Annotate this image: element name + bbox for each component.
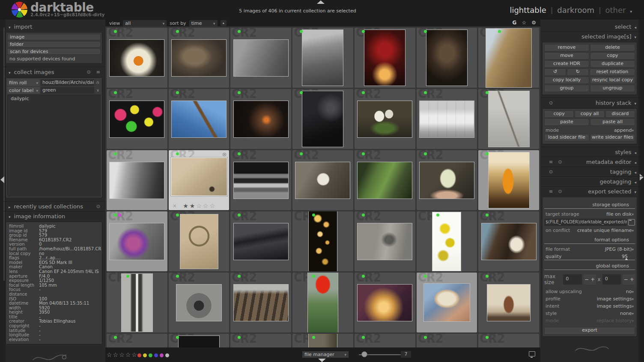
style-row[interactable]: style none <box>544 310 635 317</box>
thumbnail-pear-in-hand[interactable]: CR2 <box>417 150 477 210</box>
thumbnail-ornate-portal[interactable]: CR2 <box>478 273 539 332</box>
geotagging-section-header[interactable]: geotagging <box>540 176 644 186</box>
thumbnail-hand-with-key[interactable]: CR2 <box>230 28 291 88</box>
thumbnail-deer-eye[interactable]: CR2 <box>478 28 539 88</box>
rotate-ccw-button[interactable]: ↺ <box>544 68 566 76</box>
overlays-star-icon[interactable]: ☆ <box>522 20 526 26</box>
color-filter-dot[interactable] <box>137 353 141 357</box>
button-create-hdr[interactable]: create HDR <box>544 60 589 68</box>
intent-row[interactable]: intent image settings <box>544 303 635 310</box>
thumbnail-arch-relief-bw[interactable]: CR2 <box>169 273 230 332</box>
thumbnail-wooden-post[interactable]: CR2 <box>292 334 353 347</box>
display-profile-icon[interactable] <box>529 351 535 356</box>
width-stepper[interactable]: −+ <box>584 274 596 285</box>
thumbnail-graffiti-wall[interactable]: CR2 <box>355 211 415 271</box>
collection-list-item[interactable]: dailypic <box>8 95 100 102</box>
button-copy[interactable]: copy <box>590 52 635 59</box>
max-width-input[interactable]: 0 <box>563 274 582 285</box>
modes-dropdown-icon[interactable] <box>630 6 632 15</box>
rotate-cw-button[interactable]: ↻ <box>567 68 589 76</box>
reset-icon[interactable] <box>549 169 553 175</box>
thumbnail-fern[interactable]: CR2 <box>355 150 415 210</box>
collect-rule-value-input[interactable]: houz/Bilder/Archiv/dailypic <box>41 79 94 86</box>
rating-filter-star-icon[interactable]: ☆ <box>131 351 137 358</box>
thumbnail-stone-rabbit[interactable]: CR2 <box>169 28 230 88</box>
rating-filter-star-icon[interactable]: ☆ <box>125 351 131 358</box>
thumbnail-shell-in-hands[interactable]: CR2 <box>417 273 477 332</box>
reset-icon[interactable] <box>96 204 100 209</box>
narrow-down-icon[interactable] <box>95 79 101 86</box>
button-remove[interactable]: remove <box>544 44 589 51</box>
zoom-slider-handle[interactable] <box>361 351 367 357</box>
thumbnail-incense-smoke[interactable]: CR2 <box>230 89 291 149</box>
thumbnail-pending-2[interactable]: CR2 <box>230 334 291 347</box>
thumbnail-skateboarder-bw[interactable]: CR2 <box>107 150 167 210</box>
layout-mode-dropdown[interactable]: file manager <box>302 351 349 358</box>
button-ungroup[interactable]: ungroup <box>590 85 635 92</box>
rating-star-icon[interactable]: ★ <box>183 202 188 209</box>
metadata-editor-header[interactable]: metadata editor <box>540 157 644 166</box>
button-folder[interactable]: folder <box>7 41 101 47</box>
button-copy-all[interactable]: copy all <box>575 110 604 118</box>
button-copy-locally[interactable]: copy locally <box>544 77 589 84</box>
thumbnail-spaniel-dog[interactable]: CR2 <box>478 211 539 271</box>
profile-row[interactable]: profile image settings <box>544 295 635 303</box>
preferences-gear-icon[interactable]: ⚙ <box>531 20 536 26</box>
allow-upscaling-row[interactable]: allow upscaling no <box>544 288 635 295</box>
color-filter-dot[interactable] <box>149 353 152 357</box>
reset-icon[interactable] <box>549 100 553 106</box>
height-stepper[interactable]: −+ <box>623 274 635 285</box>
button-paste-all[interactable]: paste all <box>590 119 635 126</box>
reset-rotation-button[interactable]: reset rotation <box>590 68 635 76</box>
thumbnail-stone-wall-climber[interactable]: CR2×★★☆☆☆ <box>169 150 230 210</box>
collect-rule-value-input[interactable]: green <box>41 87 94 94</box>
import-section-header[interactable]: import <box>0 22 105 31</box>
image-info-header[interactable]: image information <box>0 211 105 221</box>
button-resync-local-copy[interactable]: resync local copy <box>590 77 635 84</box>
button-move[interactable]: move <box>544 52 589 59</box>
tagging-section-header[interactable]: tagging <box>540 166 644 176</box>
recent-collections-header[interactable]: recently used collections <box>0 201 105 211</box>
button-scan-for-devices[interactable]: scan for devices <box>7 48 101 55</box>
thumbnail-lufthansa-relief[interactable]: CR2 <box>169 211 230 271</box>
thumbnail-round-sign-fence[interactable]: CR2 <box>292 150 353 210</box>
bottom-panel-collapse-arrow[interactable] <box>318 359 326 362</box>
rating-star-icon[interactable]: ☆ <box>209 202 215 209</box>
rating-star-icon[interactable]: ★ <box>190 202 195 209</box>
color-filter-dot[interactable] <box>160 353 164 357</box>
button-load-sidecar-file[interactable]: load sidecar file <box>544 134 589 141</box>
history-mode-row[interactable]: mode append <box>544 127 635 134</box>
thumbnail-pending-5[interactable]: CR2 <box>478 334 539 347</box>
collect-section-header[interactable]: collect images <box>0 67 105 77</box>
thumbnail-candle-jar[interactable]: CR2 <box>355 273 415 332</box>
thumbnail-red-tulip[interactable]: CR2 <box>292 273 353 332</box>
history-stack-header[interactable]: history stack <box>540 98 644 107</box>
button-group[interactable]: group <box>544 85 589 92</box>
thumbnail-candle-bokeh[interactable]: CR2 <box>292 211 353 271</box>
thumbnail-forsythia[interactable]: CR2 <box>417 211 477 271</box>
button-image[interactable]: image <box>7 34 101 40</box>
target-storage-row[interactable]: target storage file on disk <box>544 211 635 218</box>
thumbnail-pending-4[interactable]: CR2 <box>417 334 477 347</box>
folder-picker-icon[interactable] <box>628 219 635 226</box>
rating-filter-star-icon[interactable]: ☆ <box>119 351 125 358</box>
chevron-down-icon[interactable] <box>95 87 101 94</box>
thumbnail-wall-crack[interactable]: CR2 <box>478 89 539 149</box>
button-delete[interactable]: delete <box>590 44 635 51</box>
reject-icon[interactable]: × <box>173 203 177 209</box>
left-scrollbar[interactable] <box>3 27 5 281</box>
on-conflict-row[interactable]: on conflict create unique filename <box>544 227 635 234</box>
view-dropdown[interactable]: all <box>123 20 167 27</box>
rating-filter-star-icon[interactable]: ☆ <box>113 351 119 358</box>
sort-direction-button[interactable] <box>221 20 227 26</box>
thumbnail-fabric-seam[interactable]: CR2 <box>230 211 291 271</box>
button-copy[interactable]: copy <box>544 110 574 118</box>
sort-dropdown[interactable]: time <box>189 20 218 27</box>
presets-icon[interactable] <box>96 69 100 75</box>
collect-rule-mode-dropdown[interactable]: color label <box>7 87 40 94</box>
top-panel-collapse-arrow[interactable] <box>317 0 325 4</box>
max-height-input[interactable]: 0 <box>602 274 621 285</box>
export-button[interactable]: export <box>544 327 635 335</box>
reset-icon[interactable] <box>558 159 562 165</box>
presets-icon[interactable] <box>549 189 553 194</box>
